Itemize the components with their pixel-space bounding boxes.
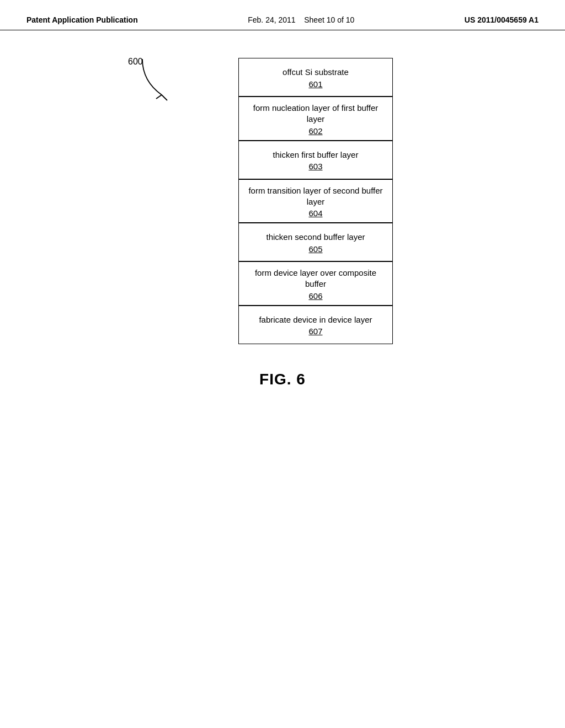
- header-patent-number: US 2011/0045659 A1: [465, 15, 539, 24]
- brace-arrow-icon: [137, 53, 186, 103]
- svg-line-1: [156, 95, 162, 99]
- figure-label: FIG. 6: [259, 371, 306, 388]
- header-publication-label: Patent Application Publication: [26, 15, 138, 24]
- box-602-label: form nucleation layer of first buffer la…: [248, 103, 383, 125]
- header-sheet: Sheet 10 of 10: [304, 15, 354, 24]
- page-header: Patent Application Publication Feb. 24, …: [0, 0, 565, 30]
- svg-line-0: [162, 95, 167, 100]
- flow-boxes-column: offcut Si substrate 601 form nucleation …: [216, 58, 415, 344]
- box-form-transition-layer: form transition layer of second buffer l…: [238, 179, 393, 223]
- box-offcut-si-substrate: offcut Si substrate 601: [238, 58, 393, 97]
- box-602-number: 602: [308, 126, 322, 136]
- box-thicken-first-buffer: thicken first buffer layer 603: [238, 141, 393, 179]
- box-606-label: form device layer over composite buffer: [248, 267, 383, 290]
- box-606-number: 606: [308, 291, 322, 301]
- box-604-number: 604: [308, 208, 322, 218]
- box-604-label: form transition layer of second buffer l…: [248, 185, 383, 208]
- box-601-label: offcut Si substrate: [282, 67, 349, 78]
- main-content: 600 offcut Si substrate 601: [0, 30, 565, 410]
- box-605-label: thicken second buffer layer: [266, 232, 365, 243]
- box-607-label: fabricate device in device layer: [259, 314, 372, 325]
- header-date-sheet: Feb. 24, 2011 Sheet 10 of 10: [248, 15, 354, 24]
- box-607-number: 607: [308, 326, 322, 336]
- box-605-number: 605: [308, 244, 322, 254]
- box-601-number: 601: [308, 79, 322, 89]
- box-form-device-layer: form device layer over composite buffer …: [238, 261, 393, 306]
- box-form-nucleation-layer: form nucleation layer of first buffer la…: [238, 97, 393, 141]
- box-603-number: 603: [308, 162, 322, 171]
- header-date: Feb. 24, 2011: [248, 15, 295, 24]
- diagram-container: 600 offcut Si substrate 601: [117, 52, 448, 344]
- box-603-label: thicken first buffer layer: [273, 149, 359, 160]
- box-thicken-second-buffer: thicken second buffer layer 605: [238, 223, 393, 261]
- box-fabricate-device: fabricate device in device layer 607: [238, 306, 393, 344]
